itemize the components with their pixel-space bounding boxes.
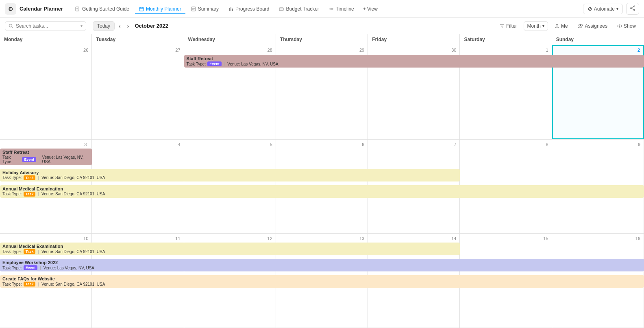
search-icon (9, 24, 13, 28)
timeline-icon (329, 7, 334, 11)
svg-point-26 (9, 24, 12, 27)
staff-retreat-event-week1[interactable]: Staff Retreat Task Type: Event | Venue: … (184, 55, 644, 68)
prev-month-button[interactable]: ‹ (116, 22, 123, 30)
calendar-week-1: 26 27 28 29 30 1 2 Staff Retreat Task Ty… (0, 45, 644, 140)
today-button[interactable]: Today (93, 21, 115, 31)
tab-summary[interactable]: Summary (187, 4, 223, 14)
svg-point-18 (331, 8, 332, 9)
svg-rect-13 (232, 9, 233, 11)
calendar-header: Monday Tuesday Wednesday Thursday Friday… (0, 34, 644, 45)
svg-point-17 (329, 8, 331, 9)
summary-icon (191, 7, 196, 11)
automate-icon (587, 7, 592, 11)
eye-icon (617, 24, 622, 28)
create-faqs-event[interactable]: Create FAQs for Website Task Type: Task … (0, 275, 644, 288)
svg-point-35 (619, 25, 620, 26)
next-month-button[interactable]: › (125, 22, 132, 30)
svg-point-23 (631, 8, 632, 9)
employee-workshop-event[interactable]: Employee Workshop 2022 Task Type: Event … (0, 259, 644, 271)
tab-budget-tracker[interactable]: Budget Tracker (275, 4, 323, 14)
cell-27[interactable]: 27 (92, 45, 184, 139)
day-monday: Monday (0, 34, 92, 45)
calendar-week-3: 10 11 12 13 14 15 16 Annual Medical Exam… (0, 234, 644, 328)
svg-rect-3 (139, 7, 144, 11)
staff-retreat-event-week2[interactable]: Staff Retreat Task Type: Event | Venue: … (0, 149, 92, 165)
day-sunday: Sunday (552, 34, 644, 45)
progress-icon (228, 7, 233, 11)
current-month-label: October 2022 (135, 23, 168, 29)
day-saturday: Saturday (460, 34, 552, 45)
month-dropdown[interactable]: Month ▾ (524, 21, 548, 31)
day-wednesday: Wednesday (184, 34, 276, 45)
svg-line-25 (631, 9, 633, 10)
top-nav: ⚙ Calendar Planner Getting Started Guide… (0, 0, 644, 18)
svg-point-19 (332, 8, 333, 9)
svg-point-31 (556, 24, 558, 26)
show-button[interactable]: Show (614, 22, 639, 31)
holiday-advisory-event[interactable]: Holiday Advisory Task Type: Task | Venue… (0, 169, 460, 181)
filter-button[interactable]: Filter (496, 22, 520, 31)
search-box[interactable]: ▾ (5, 21, 86, 31)
toolbar-right: Filter Month ▾ Me Assignees Show (496, 21, 639, 31)
automate-button[interactable]: Automate ▾ (583, 4, 623, 14)
calendar-icon (139, 7, 144, 11)
person-icon (555, 24, 559, 28)
app-title: Calendar Planner (20, 6, 63, 12)
svg-point-21 (634, 6, 635, 7)
svg-rect-11 (229, 8, 230, 11)
assignees-icon (578, 24, 583, 28)
search-input[interactable] (16, 23, 69, 29)
budget-icon (279, 7, 284, 11)
cell-26[interactable]: 26 (0, 45, 92, 139)
svg-rect-12 (231, 7, 231, 11)
annual-medical-event-week2[interactable]: Annual Medical Examination Task Type: Ta… (0, 185, 644, 198)
tab-getting-started[interactable]: Getting Started Guide (71, 4, 133, 14)
tab-timeline[interactable]: Timeline (325, 4, 358, 14)
toolbar-nav: Today ‹ › October 2022 (93, 21, 168, 31)
svg-point-22 (634, 9, 635, 11)
doc-icon (75, 7, 80, 11)
toolbar: ▾ Today ‹ › October 2022 Filter Month ▾ … (0, 18, 644, 34)
top-right-actions: Automate ▾ (583, 3, 639, 15)
app-icon: ⚙ (5, 3, 16, 15)
svg-line-27 (12, 26, 13, 28)
svg-line-24 (631, 7, 633, 8)
tab-monthly-planner[interactable]: Monthly Planner (135, 4, 185, 14)
share-icon (630, 5, 635, 11)
add-view-button[interactable]: + View (360, 4, 381, 14)
annual-medical-event-week3[interactable]: Annual Medical Examination Task Type: Ta… (0, 243, 460, 255)
assignees-button[interactable]: Assignees (574, 22, 611, 31)
day-thursday: Thursday (276, 34, 368, 45)
calendar-week-2: 3 4 5 6 7 8 9 Staff Retreat Task Type: E… (0, 140, 644, 234)
tab-progress-board[interactable]: Progress Board (224, 4, 273, 14)
search-dropdown-arrow[interactable]: ▾ (80, 24, 83, 28)
calendar-body: 26 27 28 29 30 1 2 Staff Retreat Task Ty… (0, 45, 644, 328)
me-filter[interactable]: Me (551, 22, 571, 31)
filter-icon (500, 24, 505, 28)
day-friday: Friday (368, 34, 460, 45)
day-tuesday: Tuesday (92, 34, 184, 45)
share-button[interactable] (626, 3, 639, 15)
calendar-container: Monday Tuesday Wednesday Thursday Friday… (0, 34, 644, 328)
